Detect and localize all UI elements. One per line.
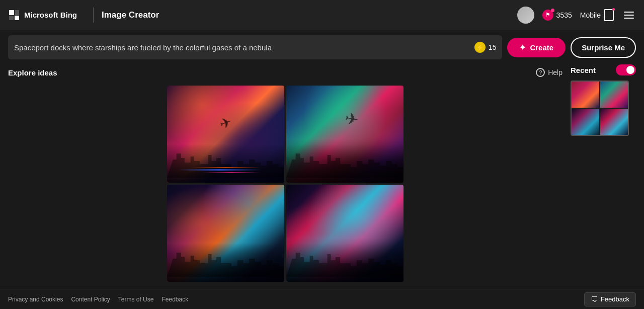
feedback-icon: 🗨 bbox=[591, 295, 598, 303]
recent-thumb-2[interactable] bbox=[600, 82, 628, 108]
footer-feedback[interactable]: Feedback bbox=[162, 296, 188, 303]
coins-count: 3535 bbox=[556, 11, 572, 19]
explore-title: Explore ideas bbox=[8, 68, 57, 77]
header-divider bbox=[93, 8, 94, 23]
image-cell-1[interactable] bbox=[167, 86, 284, 183]
avatar[interactable] bbox=[517, 7, 534, 24]
image-grid bbox=[167, 86, 404, 282]
svg-rect-4 bbox=[15, 16, 19, 20]
hamburger-menu[interactable] bbox=[622, 10, 636, 21]
boost-count: 15 bbox=[489, 43, 497, 51]
toggle-knob bbox=[626, 66, 634, 74]
reward-icon: ⚑ bbox=[542, 10, 553, 21]
footer-privacy[interactable]: Privacy and Cookies bbox=[8, 296, 63, 303]
search-input[interactable] bbox=[14, 43, 469, 52]
recent-header: Recent bbox=[571, 64, 636, 75]
help-label: Help bbox=[548, 68, 562, 76]
feedback-btn-label: Feedback bbox=[601, 295, 629, 303]
footer: Privacy and Cookies Content Policy Terms… bbox=[0, 289, 644, 309]
search-bar-area: ⚡ 15 ✦ Create Surprise Me bbox=[0, 30, 644, 64]
hamburger-line-2 bbox=[624, 15, 634, 16]
header: Microsoft Bing Image Creator ⚑ 3535 Mobi… bbox=[0, 0, 644, 30]
main-content: Explore ideas ? Help bbox=[0, 64, 644, 266]
footer-content-policy[interactable]: Content Policy bbox=[71, 296, 110, 303]
header-title: Image Creator bbox=[102, 10, 159, 20]
footer-terms[interactable]: Terms of Use bbox=[118, 296, 154, 303]
boost-badge[interactable]: ⚡ 15 bbox=[474, 42, 497, 53]
bing-logo-icon bbox=[8, 9, 20, 21]
boost-icon: ⚡ bbox=[474, 42, 486, 53]
create-icon: ✦ bbox=[519, 43, 526, 52]
right-panel: Recent bbox=[571, 64, 636, 266]
img1-speedlines bbox=[167, 134, 284, 183]
search-bar: ⚡ 15 bbox=[8, 35, 502, 59]
image-cell-2[interactable] bbox=[286, 86, 404, 183]
image-grid-wrapper bbox=[8, 86, 562, 282]
header-right: ⚑ 3535 Mobile bbox=[517, 7, 636, 24]
svg-rect-2 bbox=[15, 10, 19, 15]
bing-logo-area[interactable]: Microsoft Bing bbox=[8, 9, 77, 21]
recent-thumb-1[interactable] bbox=[572, 82, 599, 108]
surprise-label: Surprise Me bbox=[582, 43, 625, 52]
recent-thumb-4[interactable] bbox=[600, 109, 628, 135]
mobile-label: Mobile bbox=[580, 11, 601, 19]
help-icon: ? bbox=[536, 68, 545, 77]
recent-grid[interactable] bbox=[571, 81, 629, 136]
coins-badge[interactable]: ⚑ 3535 bbox=[542, 10, 572, 21]
svg-rect-1 bbox=[9, 10, 14, 15]
hamburger-line-1 bbox=[624, 12, 634, 13]
recent-toggle[interactable] bbox=[616, 64, 636, 75]
mobile-icon bbox=[604, 9, 614, 21]
hamburger-line-3 bbox=[624, 18, 634, 19]
recent-label: Recent bbox=[571, 66, 596, 74]
footer-links: Privacy and Cookies Content Policy Terms… bbox=[8, 296, 188, 303]
mobile-button[interactable]: Mobile bbox=[580, 9, 614, 21]
recent-thumb-3[interactable] bbox=[572, 109, 599, 135]
help-button[interactable]: ? Help bbox=[536, 68, 562, 77]
feedback-button[interactable]: 🗨 Feedback bbox=[584, 292, 636, 306]
surprise-button[interactable]: Surprise Me bbox=[571, 37, 636, 58]
svg-rect-3 bbox=[9, 16, 14, 20]
bing-logo-text: Microsoft Bing bbox=[24, 11, 77, 19]
explore-bar: Explore ideas ? Help bbox=[8, 64, 562, 81]
left-section: Explore ideas ? Help bbox=[8, 64, 562, 266]
create-label: Create bbox=[530, 43, 553, 52]
image-cell-3[interactable] bbox=[167, 185, 284, 282]
image-cell-4[interactable] bbox=[286, 185, 404, 282]
create-button[interactable]: ✦ Create bbox=[507, 38, 566, 57]
